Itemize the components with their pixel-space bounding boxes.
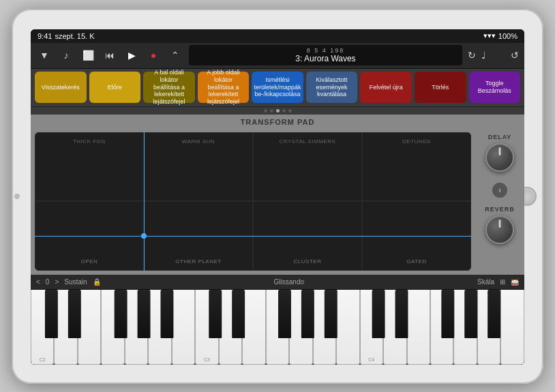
screen-icon[interactable]: ⬜ bbox=[80, 47, 96, 63]
loop-icon[interactable]: ↻ bbox=[468, 50, 476, 61]
white-key-f3[interactable] bbox=[266, 290, 289, 365]
notes-icon[interactable]: ♪ bbox=[58, 47, 74, 63]
menu-icon[interactable]: ▼ bbox=[36, 47, 52, 63]
dot-3[interactable] bbox=[276, 109, 280, 112]
left-locator-label: A bal oldali lokátor beállítása a lekere… bbox=[146, 69, 192, 106]
cell-gated[interactable]: GATED bbox=[362, 201, 471, 271]
drum-icon[interactable]: 🥁 bbox=[511, 278, 519, 286]
toggle-count-label: Toggle Beszámolás bbox=[472, 80, 518, 95]
white-key-d4[interactable] bbox=[383, 290, 406, 365]
rewind-ctrl-button[interactable]: Visszatekerés bbox=[35, 72, 87, 103]
white-key-c2[interactable]: C2 bbox=[31, 290, 54, 365]
lock-icon[interactable]: 🔒 bbox=[93, 278, 101, 286]
status-bar: 9:41 szept. 15. K ▾▾▾ 100% bbox=[31, 29, 524, 43]
transport-right: ↻ ♩ ↺ bbox=[468, 50, 519, 61]
loop-toggle-label: Ismétlési területek/mappák be-/kikapcsol… bbox=[254, 76, 301, 98]
white-key-d3[interactable] bbox=[219, 290, 242, 365]
cell-open[interactable]: OPEN bbox=[35, 201, 144, 271]
dot-2[interactable] bbox=[270, 109, 273, 112]
right-locator-button[interactable]: A jobb oldali lokátor beállítása a leker… bbox=[198, 72, 250, 103]
cell-warm-sun[interactable]: WARM SUN bbox=[144, 132, 253, 202]
delete-button[interactable]: Törlés bbox=[415, 72, 466, 103]
white-key-a4[interactable] bbox=[477, 290, 500, 365]
forward-ctrl-button[interactable]: Előre bbox=[89, 72, 141, 103]
record-button[interactable]: ● bbox=[145, 47, 162, 63]
status-left: 9:41 szept. 15. K bbox=[38, 32, 95, 40]
cell-crystal-simmers[interactable]: CRYSTAL SIMMERS bbox=[253, 132, 362, 202]
white-key-c3[interactable]: C3 bbox=[195, 290, 218, 365]
white-key-g3[interactable] bbox=[289, 290, 312, 365]
controls-bar: Visszatekerés Előre A bal oldali lokátor… bbox=[31, 69, 524, 107]
other-planet-label: OTHER PLANET bbox=[145, 258, 252, 265]
octave-down-button[interactable]: < bbox=[36, 278, 40, 286]
cell-cluster[interactable]: CLUSTER bbox=[253, 201, 362, 271]
piano-keyboard[interactable]: C2 C3 C4 bbox=[31, 290, 524, 365]
c2-label: C2 bbox=[31, 357, 53, 362]
delay-knob[interactable] bbox=[485, 143, 514, 172]
transform-grid[interactable]: THICK FOG WARM SUN CRYSTAL SIMMERS DETUN… bbox=[35, 132, 471, 271]
quantize-label: Kiválasztott események kvantálása bbox=[309, 76, 355, 98]
octave-up-button[interactable]: > bbox=[55, 278, 59, 286]
expand-button[interactable]: › bbox=[492, 183, 507, 198]
toggle-count-button[interactable]: Toggle Beszámolás bbox=[469, 72, 521, 103]
track-name: 3: Aurora Waves bbox=[295, 54, 355, 63]
cell-other-planet[interactable]: OTHER PLANET bbox=[144, 201, 253, 271]
re-record-label: Felvétel újra bbox=[370, 84, 403, 91]
white-key-e2[interactable] bbox=[78, 290, 101, 365]
warm-sun-label: WARM SUN bbox=[145, 138, 252, 145]
reverb-knob[interactable] bbox=[485, 215, 514, 244]
rewind-button[interactable]: ⏮ bbox=[102, 47, 118, 63]
white-key-g2[interactable] bbox=[125, 290, 148, 365]
re-record-button[interactable]: Felvétel újra bbox=[360, 72, 412, 103]
grid-icon[interactable]: ⊞ bbox=[500, 278, 505, 286]
right-locator-label: A jobb oldali lokátor beállítása a leker… bbox=[200, 69, 247, 106]
track-numbers: 8 5 4 198 bbox=[307, 47, 345, 54]
delete-label: Törlés bbox=[432, 84, 449, 91]
white-key-g4[interactable] bbox=[453, 290, 477, 365]
battery-display: 100% bbox=[498, 32, 518, 40]
white-key-e4[interactable] bbox=[407, 290, 430, 365]
open-label: OPEN bbox=[35, 258, 143, 265]
dot-1[interactable] bbox=[264, 109, 267, 112]
c4-label: C4 bbox=[361, 357, 382, 362]
white-key-f2[interactable] bbox=[101, 290, 124, 365]
white-key-f4[interactable] bbox=[430, 290, 453, 365]
cluster-label: CLUSTER bbox=[254, 258, 361, 265]
thick-fog-label: THICK FOG bbox=[35, 138, 143, 145]
side-button[interactable] bbox=[14, 194, 20, 199]
white-key-a3[interactable] bbox=[313, 290, 336, 365]
metronome-icon[interactable]: ♩ bbox=[481, 50, 486, 61]
white-key-a2[interactable] bbox=[148, 290, 171, 365]
cell-thick-fog[interactable]: THICK FOG bbox=[35, 132, 144, 202]
keyboard-right-controls: Skála ⊞ 🥁 bbox=[477, 278, 519, 286]
detuned-label: DETUNED bbox=[363, 138, 470, 145]
white-key-b4[interactable] bbox=[500, 290, 524, 365]
left-locator-button[interactable]: A bal oldali lokátor beállítása a lekere… bbox=[143, 72, 195, 103]
crystal-simmers-label: CRYSTAL SIMMERS bbox=[254, 138, 361, 145]
cell-detuned[interactable]: DETUNED bbox=[362, 132, 471, 202]
white-key-d2[interactable] bbox=[54, 290, 77, 365]
white-key-b2[interactable] bbox=[172, 290, 195, 365]
expand-icon[interactable]: ⌃ bbox=[167, 47, 183, 63]
knob-panel: DELAY › REVERB bbox=[475, 128, 524, 275]
white-key-b3[interactable] bbox=[336, 290, 359, 365]
loop-toggle-button[interactable]: Ismétlési területek/mappák be-/kikapcsol… bbox=[252, 72, 303, 103]
reverb-label: REVERB bbox=[485, 206, 515, 213]
settings-icon[interactable]: ↺ bbox=[511, 50, 519, 61]
white-key-e3[interactable] bbox=[242, 290, 265, 365]
white-key-c4[interactable]: C4 bbox=[360, 290, 383, 365]
track-info: 8 5 4 198 3: Aurora Waves bbox=[189, 45, 462, 65]
play-button[interactable]: ▶ bbox=[123, 47, 140, 63]
white-keys: C2 C3 C4 bbox=[31, 290, 524, 365]
dot-5[interactable] bbox=[288, 109, 292, 112]
status-right: ▾▾▾ 100% bbox=[483, 31, 518, 40]
sustain-label: Sustain bbox=[64, 278, 87, 286]
screen: 9:41 szept. 15. K ▾▾▾ 100% ▼ ♪ ⬜ ⏮ ▶ ● ⌃… bbox=[31, 29, 524, 365]
dot-4[interactable] bbox=[282, 109, 286, 112]
wifi-icon: ▾▾▾ bbox=[483, 31, 496, 40]
time-display: 9:41 bbox=[38, 32, 52, 40]
forward-ctrl-label: Előre bbox=[108, 84, 122, 91]
transform-main: THICK FOG WARM SUN CRYSTAL SIMMERS DETUN… bbox=[31, 128, 524, 275]
page-dots bbox=[31, 107, 524, 115]
quantize-button[interactable]: Kiválasztott események kvantálása bbox=[306, 72, 358, 103]
